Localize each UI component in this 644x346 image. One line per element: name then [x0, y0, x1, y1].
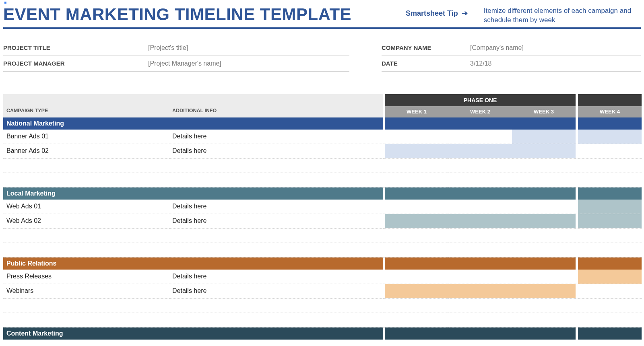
info-cell[interactable]: Details here	[169, 144, 383, 159]
timeline-cell[interactable]	[512, 214, 576, 229]
section-title[interactable]: Public Relations	[3, 257, 383, 270]
timeline-cell[interactable]	[512, 270, 576, 284]
gantt-bar[interactable]	[578, 270, 642, 284]
info-cell[interactable]: Details here	[169, 130, 383, 144]
table-row[interactable]	[3, 243, 642, 257]
section-header-cell[interactable]	[448, 117, 512, 130]
timeline-cell[interactable]	[512, 173, 576, 187]
project-title-value[interactable]: [Project's title]	[148, 40, 349, 56]
section-header-row[interactable]: Local Marketing	[3, 187, 642, 200]
section-header-cell[interactable]	[448, 327, 512, 340]
cell-selection-handle[interactable]	[4, 1, 7, 4]
section-header-cell[interactable]	[448, 257, 512, 270]
timeline-cell[interactable]	[512, 229, 576, 243]
col-week-2[interactable]: WEEK 2	[448, 106, 512, 117]
phase-header-ext[interactable]	[578, 94, 642, 106]
info-cell[interactable]	[169, 173, 383, 187]
info-cell[interactable]	[169, 159, 383, 173]
section-header-row[interactable]: National Marketing	[3, 117, 642, 130]
project-manager-value[interactable]: [Project Manager's name]	[148, 56, 349, 72]
campaign-cell[interactable]	[3, 229, 169, 243]
timeline-cell[interactable]	[578, 214, 642, 229]
timeline-cell[interactable]	[385, 299, 448, 313]
timeline-cell[interactable]	[578, 243, 642, 257]
campaign-cell[interactable]: Press Releases	[3, 270, 169, 284]
table-row[interactable]: Press ReleasesDetails here	[3, 270, 642, 284]
timeline-cell[interactable]	[448, 299, 512, 313]
timeline-cell[interactable]	[448, 229, 512, 243]
info-cell[interactable]: Details here	[169, 214, 383, 229]
section-header-row[interactable]: Content Marketing	[3, 327, 642, 340]
phase-header[interactable]: PHASE ONE	[385, 94, 576, 106]
timeline-cell[interactable]	[512, 243, 576, 257]
timeline-cell[interactable]	[385, 229, 448, 243]
smartsheet-tip-link[interactable]: Smartsheet Tip ➔	[406, 5, 468, 18]
timeline-cell[interactable]	[512, 159, 576, 173]
table-row[interactable]: Banner Ads 01Details here	[3, 130, 642, 144]
date-value[interactable]: 3/12/18	[470, 56, 641, 72]
table-row[interactable]	[3, 229, 642, 243]
section-header-cell[interactable]	[385, 187, 448, 200]
timeline-cell[interactable]	[512, 200, 576, 214]
gantt-bar[interactable]	[578, 214, 642, 228]
gantt-bar[interactable]	[385, 284, 448, 298]
timeline-table[interactable]: CAMPAIGN TYPE ADDITIONAL INFO PHASE ONE …	[3, 94, 642, 340]
info-cell[interactable]	[169, 229, 383, 243]
section-header-cell[interactable]	[578, 327, 642, 340]
timeline-cell[interactable]	[578, 159, 642, 173]
section-header-cell[interactable]	[385, 257, 448, 270]
info-cell[interactable]: Details here	[169, 284, 383, 299]
info-cell[interactable]	[169, 313, 383, 327]
table-row[interactable]: Web Ads 01Details here	[3, 200, 642, 214]
timeline-cell[interactable]	[512, 130, 576, 144]
info-cell[interactable]: Details here	[169, 200, 383, 214]
info-cell[interactable]	[169, 243, 383, 257]
table-row[interactable]: WebinarsDetails here	[3, 284, 642, 299]
col-week-1[interactable]: WEEK 1	[385, 106, 448, 117]
campaign-cell[interactable]	[3, 299, 169, 313]
timeline-cell[interactable]	[448, 200, 512, 214]
timeline-cell[interactable]	[385, 313, 448, 327]
gantt-bar[interactable]	[512, 284, 576, 298]
section-header-cell[interactable]	[385, 117, 448, 130]
col-week-3[interactable]: WEEK 3	[512, 106, 576, 117]
gantt-bar[interactable]	[578, 200, 642, 214]
timeline-cell[interactable]	[448, 214, 512, 229]
gantt-bar[interactable]	[512, 144, 576, 158]
section-title[interactable]: Content Marketing	[3, 327, 383, 340]
section-title[interactable]: National Marketing	[3, 117, 383, 130]
table-row[interactable]	[3, 173, 642, 187]
timeline-cell[interactable]	[448, 130, 512, 144]
campaign-cell[interactable]: Web Ads 01	[3, 200, 169, 214]
section-header-cell[interactable]	[578, 117, 642, 130]
timeline-cell[interactable]	[385, 159, 448, 173]
timeline-cell[interactable]	[448, 243, 512, 257]
timeline-cell[interactable]	[385, 214, 448, 229]
timeline-cell[interactable]	[578, 200, 642, 214]
section-header-row[interactable]: Public Relations	[3, 257, 642, 270]
timeline-cell[interactable]	[385, 243, 448, 257]
timeline-cell[interactable]	[448, 159, 512, 173]
campaign-cell[interactable]: Banner Ads 01	[3, 130, 169, 144]
section-header-cell[interactable]	[512, 117, 576, 130]
timeline-cell[interactable]	[578, 299, 642, 313]
timeline-cell[interactable]	[578, 144, 642, 159]
gantt-bar[interactable]	[448, 214, 512, 228]
col-additional-info[interactable]: ADDITIONAL INFO	[169, 94, 383, 117]
gantt-bar[interactable]	[512, 214, 576, 228]
timeline-cell[interactable]	[578, 313, 642, 327]
campaign-cell[interactable]: Webinars	[3, 284, 169, 299]
campaign-cell[interactable]	[3, 173, 169, 187]
company-value[interactable]: [Company's name]	[470, 40, 641, 56]
campaign-cell[interactable]: Banner Ads 02	[3, 144, 169, 159]
campaign-cell[interactable]	[3, 159, 169, 173]
timeline-cell[interactable]	[512, 284, 576, 299]
section-header-cell[interactable]	[448, 187, 512, 200]
table-row[interactable]	[3, 159, 642, 173]
gantt-bar[interactable]	[448, 144, 512, 158]
section-header-cell[interactable]	[512, 187, 576, 200]
section-header-cell[interactable]	[512, 327, 576, 340]
table-row[interactable]	[3, 313, 642, 327]
gantt-bar[interactable]	[578, 130, 642, 144]
section-header-cell[interactable]	[385, 327, 448, 340]
